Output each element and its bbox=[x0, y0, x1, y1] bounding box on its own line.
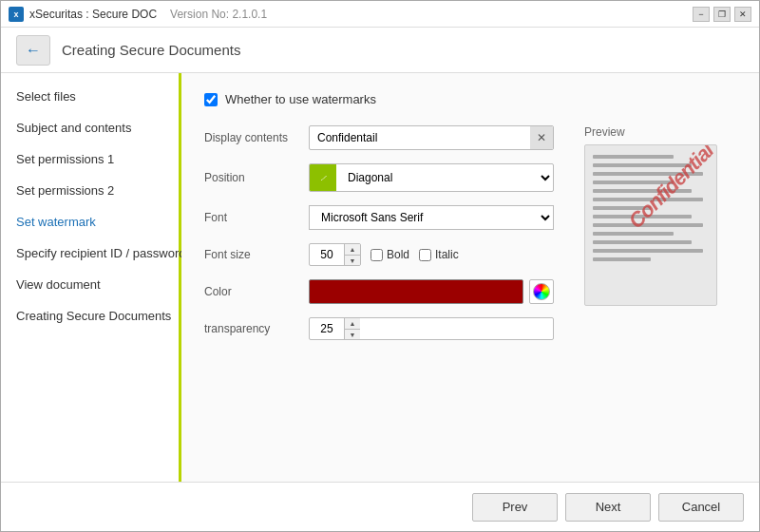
sidebar-item-creating-secure-doc[interactable]: Creating Secure Documents bbox=[1, 300, 179, 332]
transparency-down-button[interactable]: ▼ bbox=[345, 329, 360, 339]
color-inner-row bbox=[309, 279, 554, 304]
italic-label: Italic bbox=[419, 248, 459, 261]
italic-checkbox[interactable] bbox=[419, 249, 431, 261]
position-select[interactable]: Diagonal Horizontal Vertical bbox=[336, 165, 553, 190]
font-size-control: ▲ ▼ Bold Italic bbox=[309, 243, 554, 266]
font-size-spin-btns: ▲ ▼ bbox=[344, 244, 360, 265]
color-wheel-icon bbox=[533, 283, 550, 300]
font-select[interactable]: Microsoft Sans Serif Arial Times New Rom… bbox=[309, 205, 554, 230]
version-text: Version No: 2.1.0.1 bbox=[170, 8, 267, 21]
window-controls: − ❐ ✕ bbox=[693, 7, 751, 22]
next-button[interactable]: Next bbox=[565, 493, 651, 522]
color-row: Color bbox=[204, 279, 554, 304]
font-row: Font Microsoft Sans Serif Arial Times Ne… bbox=[204, 205, 554, 230]
app-name: xSecuritas : Secure DOC bbox=[29, 8, 157, 21]
display-contents-input[interactable] bbox=[310, 127, 530, 148]
cancel-button[interactable]: Cancel bbox=[658, 493, 744, 522]
display-contents-control: ✕ bbox=[309, 125, 554, 150]
preview-line-10 bbox=[593, 232, 674, 236]
minimize-button[interactable]: − bbox=[693, 7, 710, 22]
transparency-control: ▲ ▼ bbox=[309, 317, 554, 340]
form-section: Display contents ✕ Position bbox=[204, 125, 736, 353]
position-select-wrapper: ⟋ Diagonal Horizontal Vertical bbox=[309, 163, 554, 192]
display-contents-clear-button[interactable]: ✕ bbox=[530, 126, 553, 149]
title-bar: x xSecuritas : Secure DOC Version No: 2.… bbox=[1, 1, 759, 28]
color-control bbox=[309, 279, 554, 304]
preview-line-1 bbox=[593, 155, 674, 159]
watermark-checkbox-label: Whether to use watermarks bbox=[225, 92, 376, 106]
font-size-down-button[interactable]: ▼ bbox=[345, 255, 360, 265]
font-control: Microsoft Sans Serif Arial Times New Rom… bbox=[309, 205, 554, 230]
transparency-label: transparency bbox=[204, 322, 309, 335]
preview-line-12 bbox=[593, 249, 703, 253]
form-fields: Display contents ✕ Position bbox=[204, 125, 554, 353]
preview-document: Confidential bbox=[584, 144, 717, 306]
preview-label: Preview bbox=[584, 125, 736, 139]
display-contents-row: Display contents ✕ bbox=[204, 125, 554, 150]
restore-button[interactable]: ❐ bbox=[713, 7, 731, 22]
header-bar: ← Creating Secure Documents bbox=[1, 28, 759, 73]
sidebar-item-set-watermark[interactable]: Set watermark bbox=[1, 206, 179, 238]
display-contents-label: Display contents bbox=[204, 131, 309, 144]
watermark-checkbox-row: Whether to use watermarks bbox=[204, 92, 736, 106]
display-contents-input-wrapper: ✕ bbox=[309, 125, 554, 150]
close-button[interactable]: ✕ bbox=[734, 7, 751, 22]
back-button[interactable]: ← bbox=[16, 35, 50, 66]
prev-button[interactable]: Prev bbox=[472, 493, 558, 522]
transparency-up-button[interactable]: ▲ bbox=[345, 318, 360, 329]
italic-text: Italic bbox=[435, 248, 459, 261]
transparency-input-wrapper: ▲ ▼ bbox=[309, 317, 554, 340]
bold-checkbox[interactable] bbox=[370, 249, 383, 261]
position-label: Position bbox=[204, 171, 309, 184]
content-area: Whether to use watermarks Display conten… bbox=[181, 73, 759, 482]
transparency-input[interactable] bbox=[310, 319, 344, 338]
page-title: Creating Secure Documents bbox=[62, 42, 240, 58]
transparency-spin-btns: ▲ ▼ bbox=[344, 318, 360, 339]
color-picker-button[interactable] bbox=[529, 279, 554, 304]
footer: Prev Next Cancel bbox=[1, 482, 759, 531]
position-row: Position ⟋ Diagonal Horizontal Vertical bbox=[204, 163, 554, 192]
transparency-row: transparency ▲ ▼ bbox=[204, 317, 554, 340]
sidebar-item-subject-contents[interactable]: Subject and contents bbox=[1, 112, 179, 143]
back-arrow-icon: ← bbox=[26, 42, 41, 59]
main-window: x xSecuritas : Secure DOC Version No: 2.… bbox=[0, 0, 760, 532]
color-swatch[interactable] bbox=[309, 279, 523, 304]
bold-text: Bold bbox=[387, 248, 409, 261]
preview-section: Preview bbox=[584, 125, 736, 353]
font-size-label: Font size bbox=[204, 248, 309, 261]
font-label: Font bbox=[204, 211, 309, 224]
app-icon: x bbox=[9, 7, 24, 22]
position-control: ⟋ Diagonal Horizontal Vertical bbox=[309, 163, 554, 192]
sidebar-item-view-document[interactable]: View document bbox=[1, 269, 179, 300]
preview-line-11 bbox=[593, 240, 692, 244]
font-size-row: Font size ▲ ▼ bbox=[204, 243, 554, 266]
font-size-inner-row: ▲ ▼ Bold Italic bbox=[309, 243, 554, 266]
sidebar-item-set-permissions-1[interactable]: Set permissions 1 bbox=[1, 143, 179, 175]
color-label: Color bbox=[204, 285, 309, 298]
bold-label: Bold bbox=[370, 248, 409, 261]
sidebar-item-select-files[interactable]: Select files bbox=[1, 81, 179, 112]
sidebar-item-set-permissions-2[interactable]: Set permissions 2 bbox=[1, 175, 179, 206]
title-bar-left: x xSecuritas : Secure DOC Version No: 2.… bbox=[9, 7, 267, 22]
preview-line-13 bbox=[593, 257, 651, 261]
font-size-input[interactable] bbox=[310, 245, 344, 264]
diagonal-icon: ⟋ bbox=[310, 164, 336, 191]
main-content: Select files Subject and contents Set pe… bbox=[1, 73, 759, 482]
font-size-input-wrapper: ▲ ▼ bbox=[309, 243, 361, 266]
sidebar: Select files Subject and contents Set pe… bbox=[1, 73, 181, 482]
watermark-checkbox[interactable] bbox=[204, 93, 218, 106]
font-size-up-button[interactable]: ▲ bbox=[345, 244, 360, 255]
sidebar-item-specify-recipient[interactable]: Specify recipient ID / password bbox=[1, 238, 179, 269]
